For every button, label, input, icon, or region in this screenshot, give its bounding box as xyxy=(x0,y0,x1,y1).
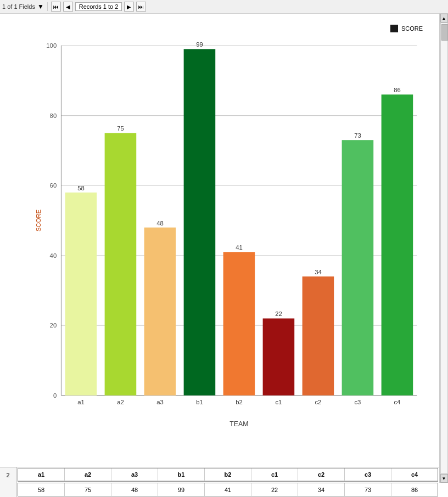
header-cell-a2: a2 xyxy=(65,468,111,481)
value-cell-c4: 86 xyxy=(391,483,438,496)
header-cell-c1: c1 xyxy=(251,468,298,481)
svg-text:60: 60 xyxy=(50,182,57,189)
main-area: SCORE 020406080100SCORETEAM58a175a248a39… xyxy=(0,14,448,483)
bottom-data-section: 2a1a2a3b1b2c1c2c3c4587548994122347386 xyxy=(0,467,439,497)
svg-text:40: 40 xyxy=(50,252,57,259)
svg-text:73: 73 xyxy=(354,132,361,139)
svg-text:b1: b1 xyxy=(196,399,203,405)
svg-rect-16 xyxy=(65,193,97,396)
row-id-cell: 2 xyxy=(0,467,16,482)
nav-last-button[interactable]: ⏭ xyxy=(136,2,146,12)
table-values: 587548994122347386 xyxy=(18,483,438,496)
legend-label: SCORE xyxy=(401,25,423,32)
svg-text:c3: c3 xyxy=(354,399,361,405)
svg-text:86: 86 xyxy=(394,87,401,93)
svg-text:34: 34 xyxy=(315,269,322,275)
nav-first-button[interactable]: ⏮ xyxy=(51,2,61,12)
svg-text:100: 100 xyxy=(46,42,57,49)
fields-dropdown[interactable]: ▼ xyxy=(37,3,44,10)
svg-text:20: 20 xyxy=(50,322,57,329)
data-value-row: 587548994122347386 xyxy=(0,482,439,497)
chart-container: SCORE 020406080100SCORETEAM58a175a248a39… xyxy=(0,14,439,483)
svg-text:SCORE: SCORE xyxy=(35,209,42,231)
fields-label: 1 of 1 Fields xyxy=(2,3,35,10)
scroll-up-button[interactable]: ▲ xyxy=(440,14,448,22)
header-cell-b2: b2 xyxy=(205,468,251,481)
svg-text:58: 58 xyxy=(77,185,85,191)
header-cell-c3: c3 xyxy=(345,468,391,481)
svg-text:41: 41 xyxy=(236,244,243,251)
nav-prev-button[interactable]: ◀ xyxy=(63,2,73,12)
svg-text:a3: a3 xyxy=(156,399,164,405)
svg-text:a2: a2 xyxy=(117,399,124,405)
scrollbar[interactable]: ▲ ▼ xyxy=(439,14,448,483)
header-cell-c2: c2 xyxy=(298,468,345,481)
chart-legend: SCORE xyxy=(390,25,423,32)
svg-text:0: 0 xyxy=(53,392,57,399)
scroll-thumb[interactable] xyxy=(441,24,448,41)
value-cell-c2: 34 xyxy=(298,483,345,496)
svg-text:22: 22 xyxy=(275,310,282,317)
svg-rect-25 xyxy=(184,49,216,395)
value-cell-c1: 22 xyxy=(251,483,298,496)
value-cell-a1: 58 xyxy=(18,483,65,496)
svg-text:75: 75 xyxy=(117,125,124,132)
bar-chart: 020406080100SCORETEAM58a175a248a399b141b… xyxy=(33,25,428,439)
svg-text:c1: c1 xyxy=(275,399,282,405)
header-cell-a1: a1 xyxy=(18,468,65,481)
divider-1 xyxy=(47,2,48,11)
scroll-down-button[interactable]: ▼ xyxy=(440,474,448,483)
data-header-row: 2a1a2a3b1b2c1c2c3c4 xyxy=(0,467,439,482)
svg-rect-34 xyxy=(303,276,334,396)
toolbar: 1 of 1 Fields ▼ ⏮ ◀ Records 1 to 2 ▶ ⏭ xyxy=(0,0,448,14)
svg-text:80: 80 xyxy=(50,112,57,119)
value-cell-c3: 73 xyxy=(345,483,391,496)
svg-text:48: 48 xyxy=(156,220,164,227)
row-id-spacer xyxy=(0,482,16,497)
svg-text:c2: c2 xyxy=(315,399,321,405)
svg-text:99: 99 xyxy=(196,41,203,48)
dropdown-arrow: ▼ xyxy=(37,3,44,10)
header-cell-b1: b1 xyxy=(158,468,205,481)
svg-text:a1: a1 xyxy=(77,399,85,405)
value-cell-b2: 41 xyxy=(205,483,251,496)
nav-next-button[interactable]: ▶ xyxy=(124,2,134,12)
value-cell-b1: 99 xyxy=(158,483,205,496)
value-cell-a2: 75 xyxy=(65,483,111,496)
svg-text:TEAM: TEAM xyxy=(229,420,248,428)
legend-color-box xyxy=(390,25,398,32)
scroll-track[interactable] xyxy=(440,22,448,474)
svg-rect-40 xyxy=(382,94,413,395)
svg-rect-31 xyxy=(263,318,295,395)
svg-text:c4: c4 xyxy=(394,399,400,405)
svg-text:b2: b2 xyxy=(236,399,243,405)
value-cell-a3: 48 xyxy=(111,483,158,496)
header-cell-a3: a3 xyxy=(111,468,158,481)
header-cell-c4: c4 xyxy=(391,468,438,481)
svg-rect-19 xyxy=(105,133,137,396)
svg-rect-22 xyxy=(144,228,176,396)
svg-rect-37 xyxy=(342,140,374,396)
svg-rect-28 xyxy=(223,252,255,395)
records-label: Records 1 to 2 xyxy=(75,2,122,11)
table-header: a1a2a3b1b2c1c2c3c4 xyxy=(18,468,438,482)
